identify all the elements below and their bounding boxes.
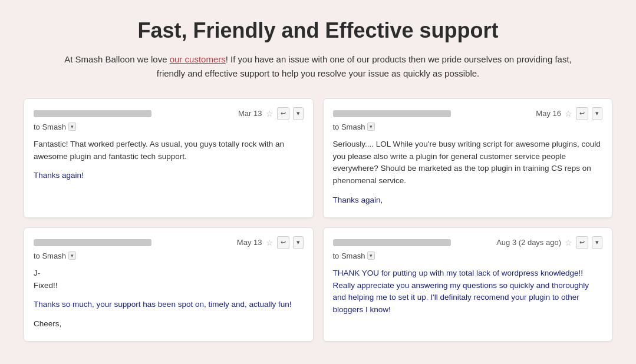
email-card-4: Aug 3 (2 days ago) ☆ ↩ ▾ to Smash ▾ THAN… [323,227,613,342]
more-button-2[interactable]: ▾ [592,107,602,120]
page-wrapper: Fast, Friendly and Effective support At … [0,0,636,359]
card-4-body-text: THANK YOU for putting up with my total l… [333,267,603,317]
page-title: Fast, Friendly and Effective support [24,18,612,43]
card-4-header: Aug 3 (2 days ago) ☆ ↩ ▾ [333,236,603,249]
star-icon-1[interactable]: ☆ [266,109,273,118]
sender-bar-1 [34,110,151,117]
sender-bar-3 [34,239,151,246]
more-button-4[interactable]: ▾ [592,236,602,249]
header-section: Fast, Friendly and Effective support At … [24,18,612,81]
star-icon-4[interactable]: ☆ [565,238,572,247]
card-3-date: May 13 [237,238,262,247]
card-2-body: Seriously.... LOL While you're busy writ… [333,138,603,207]
card-3-body: J- Fixed!! Thanks so much, your support … [34,267,304,331]
card-2-header: May 16 ☆ ↩ ▾ [333,107,603,120]
card-4-date: Aug 3 (2 days ago) [496,238,561,247]
to-smash-row-4: to Smash ▾ [333,252,603,260]
subtitle: At Smash Balloon we love our customers! … [53,52,584,81]
sender-bar-2 [333,110,451,117]
card-1-thanks: Thanks again! [34,170,304,182]
email-card-1: Mar 13 ☆ ↩ ▾ to Smash ▾ Fantastic! That … [24,98,314,218]
card-4-meta: Aug 3 (2 days ago) ☆ ↩ ▾ [496,236,602,249]
card-1-body-text: Fantastic! That worked perfectly. As usu… [34,138,304,163]
card-3-meta: May 13 ☆ ↩ ▾ [237,236,304,249]
card-2-thanks: Thanks again, [333,194,603,207]
card-2-meta: May 16 ☆ ↩ ▾ [536,107,602,120]
star-icon-2[interactable]: ☆ [565,109,572,118]
card-3-header: May 13 ☆ ↩ ▾ [34,236,304,249]
sender-bar-4 [333,239,451,246]
to-smash-row-2: to Smash ▾ [333,123,603,131]
to-smash-label-1: to Smash [34,123,66,131]
to-smash-dropdown-3[interactable]: ▾ [68,252,76,260]
to-smash-dropdown-2[interactable]: ▾ [367,123,375,131]
to-smash-label-2: to Smash [333,123,365,131]
card-3-body-text: J- Fixed!! [34,267,304,292]
card-1-header: Mar 13 ☆ ↩ ▾ [34,107,304,120]
email-card-3: May 13 ☆ ↩ ▾ to Smash ▾ J- Fixed!! Thank… [24,227,314,342]
star-icon-3[interactable]: ☆ [266,238,273,247]
more-button-1[interactable]: ▾ [293,107,304,120]
to-smash-label-3: to Smash [34,252,66,260]
to-smash-label-4: to Smash [333,252,365,260]
to-smash-dropdown-1[interactable]: ▾ [68,123,76,131]
card-1-date: Mar 13 [238,109,262,118]
cards-grid: Mar 13 ☆ ↩ ▾ to Smash ▾ Fantastic! That … [24,98,612,342]
card-4-body: THANK YOU for putting up with my total l… [333,267,603,317]
card-1-body: Fantastic! That worked perfectly. As usu… [34,138,304,183]
reply-button-1[interactable]: ↩ [277,107,289,120]
reply-button-3[interactable]: ↩ [277,236,289,249]
reply-button-2[interactable]: ↩ [576,107,588,120]
card-3-thanks: Thanks so much, your support has been sp… [34,299,304,311]
card-3-cheers: Cheers, [34,318,304,330]
customers-link[interactable]: our customers [170,54,226,64]
card-2-date: May 16 [536,109,561,118]
to-smash-row-1: to Smash ▾ [34,123,304,131]
email-card-2: May 16 ☆ ↩ ▾ to Smash ▾ Seriously.... LO… [323,98,613,218]
to-smash-row-3: to Smash ▾ [34,252,304,260]
reply-button-4[interactable]: ↩ [576,236,588,249]
card-2-body-text: Seriously.... LOL While you're busy writ… [333,138,603,188]
card-1-meta: Mar 13 ☆ ↩ ▾ [238,107,303,120]
subtitle-before-link: At Smash Balloon we love [64,54,169,64]
to-smash-dropdown-4[interactable]: ▾ [367,252,375,260]
more-button-3[interactable]: ▾ [293,236,304,249]
